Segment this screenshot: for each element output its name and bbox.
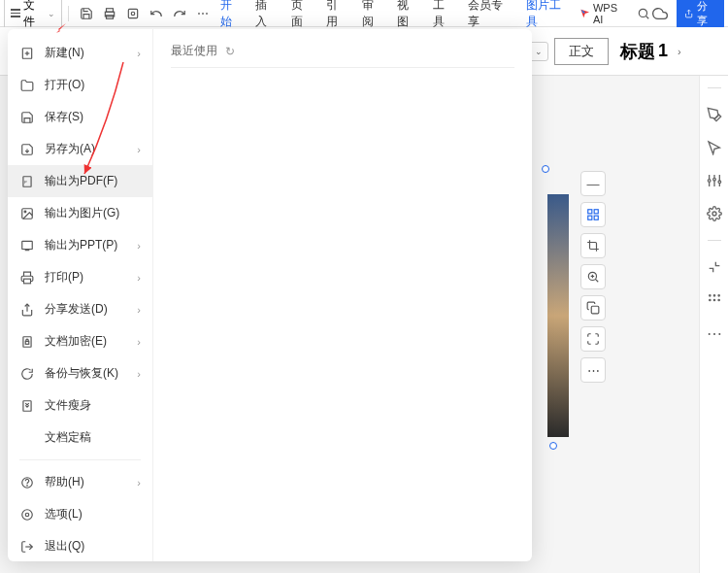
tab-review[interactable]: 审阅 [362,0,384,30]
gear-icon[interactable] [706,205,723,222]
menu-new[interactable]: 新建(N) › [8,37,152,69]
grid-icon[interactable] [706,291,723,309]
style-title[interactable]: 标题 1 [620,40,668,63]
tab-pic-tools[interactable]: 图片工具 [526,0,570,30]
wps-ai-label: WPS AI [593,2,628,25]
recent-label: 最近使用 [171,43,217,59]
chevron-right-icon[interactable]: › [678,46,681,57]
file-menu-recent-panel: 最近使用 ↻ [153,29,532,561]
refresh-icon[interactable]: ↻ [225,45,235,58]
dropdown-chip[interactable]: ⌄ [529,42,548,61]
svg-point-27 [709,295,710,296]
menu-save-as-label: 另存为(A) [45,141,95,157]
quick-access: ⋯ [79,6,211,21]
undo-icon[interactable] [149,6,164,21]
cloud-icon[interactable] [650,4,669,23]
chevron-right-icon: › [137,240,141,252]
menu-encrypt[interactable]: 文档加密(E) › [8,325,152,357]
tab-member[interactable]: 会员专享 [468,0,512,30]
wps-ai-button[interactable]: WPS AI [579,2,629,25]
save-icon[interactable] [79,6,94,21]
settings-icon[interactable] [706,172,723,189]
side-divider [708,87,721,88]
search-icon[interactable] [636,6,650,21]
layout-icon[interactable] [580,202,606,227]
exit-icon [19,539,35,555]
menu-help[interactable]: 帮助(H) › [8,466,152,498]
menu-options-label: 选项(L) [45,506,83,522]
menu-save[interactable]: 保存(S) [8,101,152,133]
svg-point-50 [25,513,29,517]
menu-export-pdf[interactable]: P 输出为PDF(F) [8,165,152,197]
preview-icon[interactable] [125,6,141,21]
menu-open[interactable]: 打开(O) [8,69,152,101]
menu-exit[interactable]: 退出(Q) [8,530,152,562]
file-menu-dropdown: 新建(N) › 打开(O) 保存(S) 另存为(A) › P 输出为PDF(F)… [8,29,532,561]
menu-backup-label: 备份与恢复(K) [45,365,118,382]
options-icon [19,507,35,522]
selection-handle-bottom[interactable] [549,442,557,450]
svg-rect-16 [591,306,599,314]
tab-insert[interactable]: 插入 [255,0,278,30]
help-icon [19,475,35,490]
share-button[interactable]: 分享 [677,0,724,30]
chevron-down-icon: ⌄ [48,9,55,18]
menu-backup[interactable]: 备份与恢复(K) › [8,357,152,389]
svg-point-28 [713,295,714,296]
ribbon-styles: ⌄ 正文 标题 1 › [529,38,681,65]
tab-start[interactable]: 开始 [220,0,243,30]
svg-point-29 [718,295,719,296]
cursor-icon[interactable] [706,139,723,156]
pen-icon[interactable] [706,106,723,123]
share-icon [684,9,693,18]
slim-icon [19,398,35,414]
menu-finalize[interactable]: 文档定稿 [8,421,152,454]
tab-view[interactable]: 视图 [397,0,419,30]
separator [68,6,69,21]
print-icon-quick[interactable] [102,6,117,21]
chevron-right-icon: › [137,477,141,489]
copy-icon[interactable] [580,295,606,320]
style-body[interactable]: 正文 [554,38,609,65]
file-label: 文件 [23,0,45,30]
svg-point-40 [24,211,26,213]
tab-page[interactable]: 页面 [291,0,314,30]
wps-ai-icon [579,8,590,19]
more-side-icon[interactable]: ⋯ [706,324,723,342]
more-icon[interactable]: ⋯ [195,6,211,21]
collapse-icon[interactable]: — [580,171,606,196]
chevron-right-icon: › [137,336,141,348]
chevron-right-icon: › [137,272,141,284]
menu-help-label: 帮助(H) [45,474,84,490]
svg-line-15 [595,279,598,282]
menu-print[interactable]: 打印(P) › [8,261,152,293]
menu-export-ppt[interactable]: 输出为PPT(P) › [8,229,152,261]
tab-reference[interactable]: 引用 [326,0,348,30]
zoom-out-icon[interactable] [706,258,723,276]
svg-rect-41 [22,241,33,249]
tab-tools[interactable]: 工具 [433,0,455,30]
menu-share-send[interactable]: 分享发送(D) › [8,293,152,325]
crop-icon[interactable] [580,233,606,258]
svg-rect-3 [128,9,137,17]
recent-header: 最近使用 ↻ [171,43,514,59]
menu-share-send-label: 分享发送(D) [45,301,108,318]
svg-point-4 [131,12,135,16]
style-title-text: 标题 [620,40,655,63]
zoom-icon[interactable] [580,264,606,289]
more-actions-icon[interactable]: ⋯ [580,357,606,383]
lock-icon [19,334,35,350]
image-preview-strip [547,194,569,437]
ppt-icon [19,238,35,253]
menu-save-as[interactable]: 另存为(A) › [8,133,152,165]
svg-point-25 [718,181,721,184]
redo-icon[interactable] [172,6,187,21]
ribbon-tabs: 开始 插入 页面 引用 审阅 视图 工具 会员专享 图片工具 [220,0,570,30]
fullscreen-icon[interactable] [580,326,606,352]
menu-options[interactable]: 选项(L) [8,498,152,530]
menu-slim[interactable]: 文件瘦身 [8,389,152,421]
save-icon [19,110,35,125]
selection-handle-top[interactable] [542,165,549,173]
menu-export-img[interactable]: 输出为图片(G) [8,197,152,229]
image-icon [19,206,35,221]
